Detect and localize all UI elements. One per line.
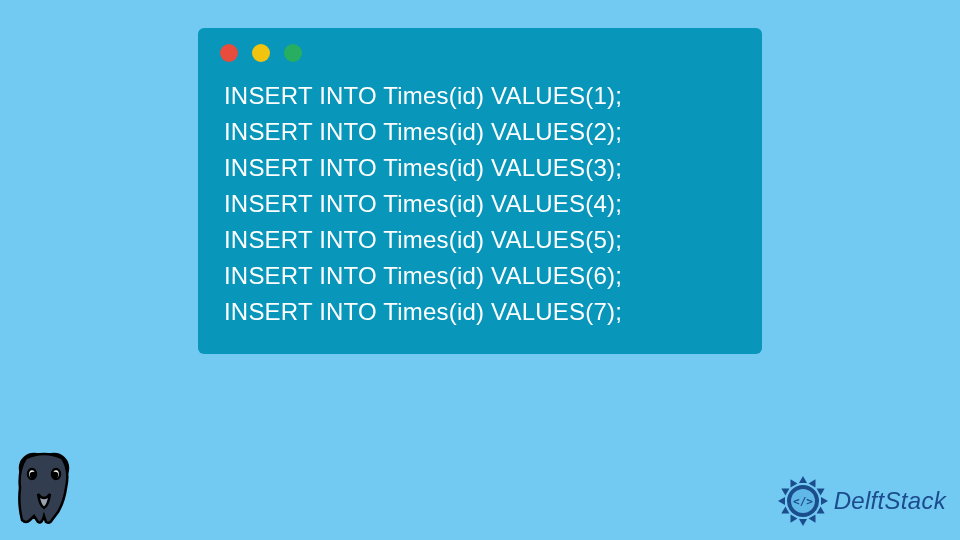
maximize-icon <box>284 44 302 62</box>
svg-point-5 <box>53 473 57 477</box>
postgresql-logo-icon <box>8 448 80 530</box>
code-line: INSERT INTO Times(id) VALUES(6); <box>224 258 736 294</box>
code-line: INSERT INTO Times(id) VALUES(3); <box>224 150 736 186</box>
code-line: INSERT INTO Times(id) VALUES(7); <box>224 294 736 330</box>
delftstack-badge-icon: </> <box>776 474 830 528</box>
code-line: INSERT INTO Times(id) VALUES(1); <box>224 78 736 114</box>
code-content: INSERT INTO Times(id) VALUES(1); INSERT … <box>198 72 762 330</box>
svg-text:</>: </> <box>793 495 813 508</box>
delftstack-logo: </> DelftStack <box>776 474 946 528</box>
close-icon <box>220 44 238 62</box>
minimize-icon <box>252 44 270 62</box>
code-window: INSERT INTO Times(id) VALUES(1); INSERT … <box>198 28 762 354</box>
code-line: INSERT INTO Times(id) VALUES(4); <box>224 186 736 222</box>
code-line: INSERT INTO Times(id) VALUES(2); <box>224 114 736 150</box>
brand-name: DelftStack <box>834 487 946 515</box>
svg-point-4 <box>31 473 35 477</box>
code-line: INSERT INTO Times(id) VALUES(5); <box>224 222 736 258</box>
window-controls <box>198 28 762 72</box>
